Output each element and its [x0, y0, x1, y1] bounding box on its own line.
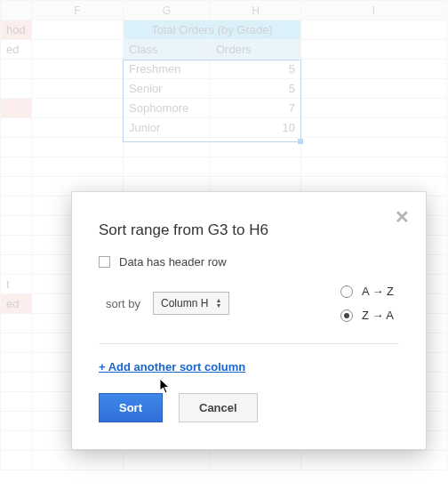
radio-icon	[340, 309, 353, 322]
col-header-h[interactable]: H	[211, 1, 301, 20]
table-cell[interactable]: Junior	[124, 118, 211, 138]
dialog-title: Sort range from G3 to H6	[99, 221, 399, 239]
header-row-label: Data has header row	[119, 255, 227, 269]
radio-desc-label: Z → A	[362, 309, 394, 322]
cell-stub[interactable]: hod	[1, 20, 32, 40]
divider	[99, 343, 399, 344]
header-class[interactable]: Class	[124, 40, 211, 60]
cancel-button[interactable]: Cancel	[179, 393, 258, 422]
sort-button[interactable]: Sort	[99, 393, 163, 422]
mouse-cursor-icon	[159, 378, 172, 394]
radio-icon	[340, 285, 353, 298]
cell-stub[interactable]: t	[1, 275, 32, 294]
radio-desc[interactable]: Z → A	[340, 309, 394, 322]
header-orders[interactable]: Orders	[211, 40, 301, 60]
table-cell[interactable]: 5	[211, 60, 301, 79]
table-cell[interactable]: 5	[211, 79, 301, 99]
close-icon[interactable]: ✕	[395, 208, 410, 226]
table-cell[interactable]: 7	[211, 99, 301, 118]
table-cell[interactable]: Sophomore	[124, 99, 211, 118]
add-sort-column-link[interactable]: + Add another sort column	[99, 360, 245, 374]
col-header-f[interactable]: F	[32, 1, 124, 20]
select-arrows-icon: ▲▼	[215, 298, 221, 309]
header-row-checkbox[interactable]	[99, 256, 110, 268]
sort-column-select[interactable]: Column H ▲▼	[153, 292, 229, 315]
table-cell[interactable]: 10	[211, 118, 301, 138]
table-cell[interactable]: Senior	[124, 79, 211, 99]
cell-stub[interactable]: ed	[1, 40, 32, 60]
cell-stub[interactable]: ed	[1, 294, 32, 314]
table-title[interactable]: Total Orders (by Grade)	[124, 20, 301, 40]
col-header-i[interactable]: I	[301, 1, 447, 20]
radio-asc-label: A → Z	[362, 285, 394, 298]
col-header-g[interactable]: G	[124, 1, 211, 20]
table-cell[interactable]: Freshmen	[124, 60, 211, 79]
sort-by-label: sort by	[106, 297, 140, 310]
sort-range-dialog: ✕ Sort range from G3 to H6 Data has head…	[71, 191, 427, 450]
sort-column-value: Column H	[161, 297, 208, 309]
radio-asc[interactable]: A → Z	[340, 285, 394, 298]
